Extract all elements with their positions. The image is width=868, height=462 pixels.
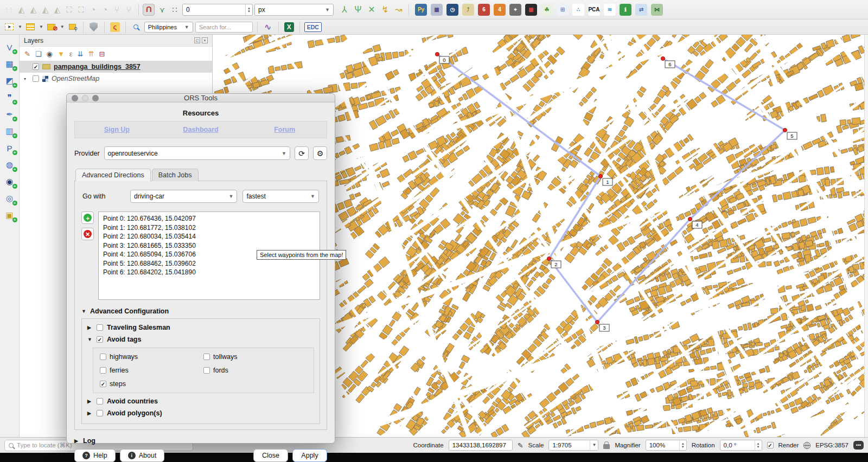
excel-export-button[interactable]: X (283, 21, 295, 33)
avoid-tag-option[interactable]: ferries (100, 367, 203, 374)
scale-select[interactable]: 1:9705 ▼ (548, 440, 598, 451)
bowtie-icon[interactable]: ⋈ (651, 4, 663, 16)
waypoint-entry[interactable]: Point 1: 120.681772, 15.038102 (103, 223, 315, 233)
hexagon-4-icon[interactable]: 4 (494, 4, 506, 16)
avoid-tag-option[interactable]: steps (100, 380, 203, 388)
extents-icon[interactable]: ✎ (518, 441, 524, 450)
pca-icon[interactable]: PCA (588, 4, 600, 16)
intersection-icon[interactable]: ✕ (366, 4, 378, 16)
edit-shape-icon-3[interactable]: ◭ (40, 5, 51, 15)
table-manager-icon[interactable]: ▦ (431, 4, 443, 16)
resource-link[interactable]: Dashboard (159, 126, 243, 133)
add-raster-layer-icon[interactable]: ▦ + (4, 58, 16, 70)
close-button[interactable]: Close (253, 449, 288, 462)
traveling-salesman-checkbox[interactable] (97, 324, 103, 331)
epsg-button[interactable]: EPSG:3857 (815, 442, 848, 448)
remove-layer-icon[interactable]: ⊟ (99, 50, 105, 58)
mmqgis-button[interactable] (88, 21, 100, 33)
country-select[interactable]: Philippines ▼ (144, 22, 193, 33)
clear-waypoints-button[interactable]: ✕ (81, 228, 94, 240)
geocode-search-input[interactable]: Search for... (195, 22, 253, 33)
panel-float-button[interactable]: ◱ (194, 37, 200, 43)
magnifier-spinner[interactable]: 100% ▲▼ (646, 440, 687, 451)
lock-icon[interactable] (603, 444, 610, 449)
triangle-right-icon[interactable]: ▶ (87, 399, 93, 404)
avoid-tag-checkbox[interactable] (100, 367, 106, 374)
messages-button[interactable]: ••• (853, 441, 864, 450)
waypoint-entry[interactable]: Point 2: 120.680034, 15.035414 (103, 232, 315, 241)
layer-styling-icon[interactable]: ✎ (24, 50, 30, 58)
preference-select[interactable]: fastest ▼ (242, 190, 319, 203)
avoid-tag-option[interactable]: fords (203, 367, 307, 374)
chevron-down-icon[interactable]: ▼ (590, 440, 598, 450)
select-by-value-button[interactable] (24, 21, 36, 33)
about-button[interactable]: i About (120, 449, 165, 462)
minimize-window-icon[interactable] (82, 95, 88, 101)
advanced-configuration-header[interactable]: ▼ Advanced Configuration (81, 307, 320, 315)
edit-shape-icon-9[interactable]: ⑂ (111, 5, 123, 15)
edit-shape-icon-4[interactable]: ◭ (52, 5, 63, 15)
waypoint-entry[interactable]: Point 0: 120.676436, 15.042097 (103, 214, 315, 223)
info-pointer-icon[interactable]: ℹ (620, 4, 631, 16)
layer-visibility-checkbox[interactable] (33, 63, 39, 70)
add-wfs-layer-icon[interactable]: ◎ + (4, 193, 16, 204)
quickmapservices-icon[interactable]: ☘ (541, 4, 553, 16)
temporal-controller-icon[interactable]: ◷ (446, 4, 458, 16)
triangle-right-icon[interactable]: ▶ (87, 410, 93, 416)
edit-shape-icon-5[interactable]: ⛶ (63, 5, 75, 15)
zoom-window-icon[interactable] (92, 95, 99, 101)
molecule-icon[interactable]: ∴ (572, 4, 584, 16)
dialog-titlebar[interactable]: ORS Tools (67, 94, 335, 102)
chevron-down-icon[interactable]: ▼ (39, 24, 43, 29)
grid-star-icon[interactable]: ⊞ (557, 4, 569, 16)
provider-select[interactable]: openrouteservice ▼ (104, 146, 290, 160)
provider-settings-button[interactable]: ⚙ (313, 146, 327, 160)
deselect-features-button[interactable]: ⊘ (46, 21, 58, 33)
add-postgis-layer-icon[interactable]: P + (4, 142, 16, 154)
spinner-arrows-icon[interactable]: ▲▼ (245, 4, 252, 15)
add-spatialite-layer-icon[interactable]: ✒ + (4, 108, 16, 120)
panel-close-button[interactable]: ✕ (202, 37, 208, 43)
python-console-icon[interactable]: Py (415, 4, 427, 16)
tab-advanced-directions[interactable]: Advanced Directions (75, 169, 151, 181)
snap-unit-select[interactable]: px ▼ (254, 4, 334, 16)
avoid-tag-checkbox[interactable] (100, 381, 106, 387)
snapping-toggle-button[interactable]: U (143, 4, 155, 16)
map-scrollbar[interactable] (864, 35, 868, 437)
snapping-options-icon[interactable]: ∷ (169, 4, 181, 16)
map-themes-icon[interactable]: ◉ (47, 50, 53, 58)
edit-shape-icon-10[interactable]: ⑂ (123, 5, 135, 15)
refresh-providers-button[interactable]: ⟳ (295, 146, 309, 160)
avoid-tags-row[interactable]: ▼ Avoid tags (87, 336, 314, 343)
add-delimited-text-layer-icon[interactable]: ❞ + (4, 92, 16, 104)
edit-shape-icon-1[interactable]: ◭ (16, 5, 27, 15)
waypoint-entry[interactable]: Point 3: 120.681665, 15.033350 (103, 241, 315, 251)
vertex-tool-icon[interactable]: ⋎ (156, 4, 168, 16)
snap-blob-icon[interactable]: Ψ (352, 4, 364, 16)
avoid-tag-option[interactable]: tollways (203, 353, 307, 361)
select-features-button[interactable]: ➤ (3, 21, 15, 33)
avoid-countries-checkbox[interactable] (97, 398, 103, 405)
avoid-tag-option[interactable]: highways (100, 353, 203, 361)
render-checkbox[interactable] (767, 442, 774, 448)
waypoint-entry[interactable]: Point 5: 120.688462, 15.039602 (103, 259, 315, 268)
apply-button[interactable]: Apply (292, 449, 327, 462)
raster-grid-icon[interactable]: ▦ (525, 4, 537, 16)
profile-select[interactable]: driving-car ▼ (130, 190, 237, 203)
scp-icon[interactable]: 6 (478, 4, 490, 16)
avoid-tags-checkbox[interactable] (97, 336, 103, 343)
avoid-tag-checkbox[interactable] (203, 367, 210, 374)
resource-link[interactable]: Forum (242, 126, 327, 133)
chevron-down-icon[interactable]: ▼ (18, 24, 22, 29)
tracing-icon[interactable]: ⅄ (339, 4, 350, 16)
add-waypoint-button[interactable]: ＋ (81, 211, 94, 224)
chevron-down-icon[interactable]: ▼ (60, 24, 65, 29)
expression-filter-icon[interactable]: ε (69, 50, 73, 58)
add-mesh-layer-icon[interactable]: ◩ + (4, 75, 16, 87)
layer-stack-icon[interactable]: ≋ (604, 4, 616, 16)
resource-link[interactable]: Sign Up (75, 126, 159, 133)
help-button[interactable]: ? Help (74, 449, 116, 462)
add-wms-layer-icon[interactable]: ◍ + (4, 159, 16, 171)
edc-plugin-button[interactable]: EDC (304, 21, 322, 33)
layer-row[interactable]: ▾ OpenStreetMap (20, 73, 212, 85)
